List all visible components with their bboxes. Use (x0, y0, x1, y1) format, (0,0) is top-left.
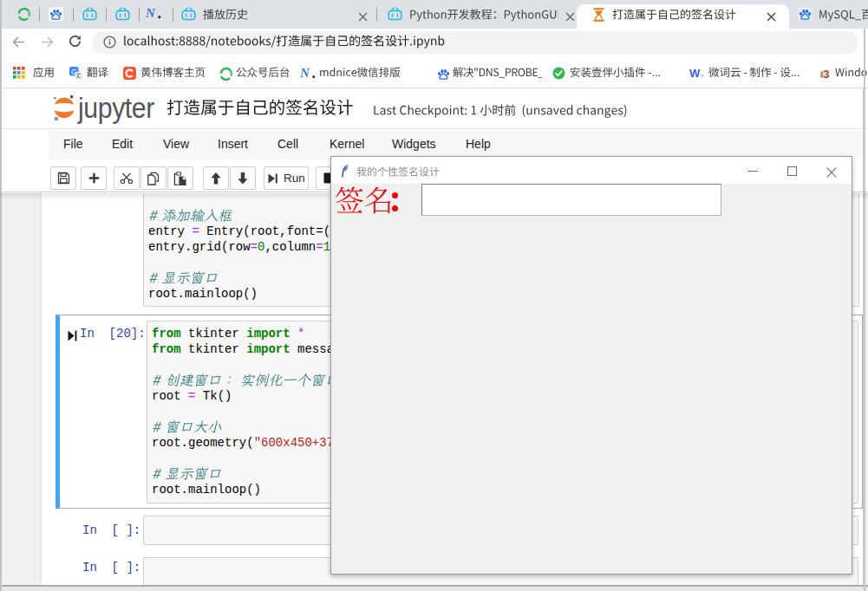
svg-text:N: N (146, 7, 156, 20)
svg-text:3: 3 (823, 68, 830, 81)
svg-text:N: N (300, 67, 310, 80)
svg-text:W: W (689, 67, 701, 79)
